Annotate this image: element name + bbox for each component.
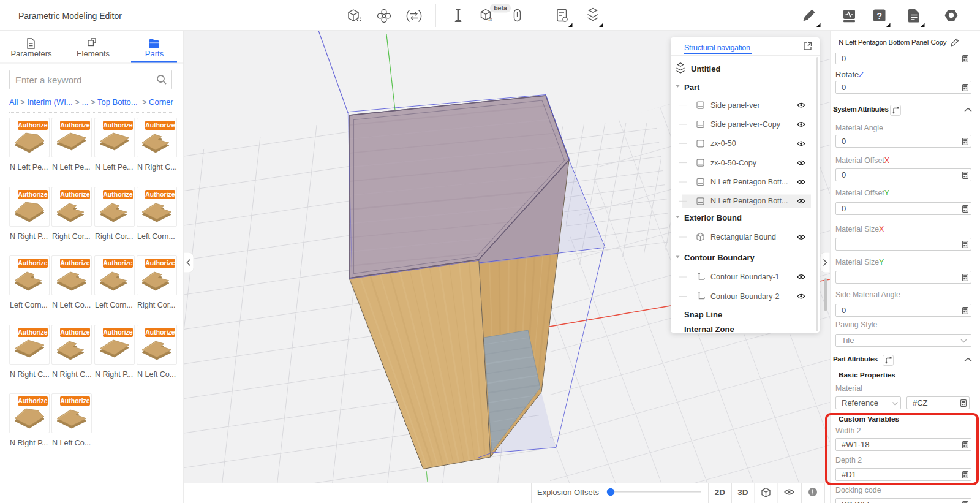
svg-text:?: ? <box>876 11 882 21</box>
svg-text:fx: fx <box>489 17 492 22</box>
svg-text:beta: beta <box>494 4 507 12</box>
